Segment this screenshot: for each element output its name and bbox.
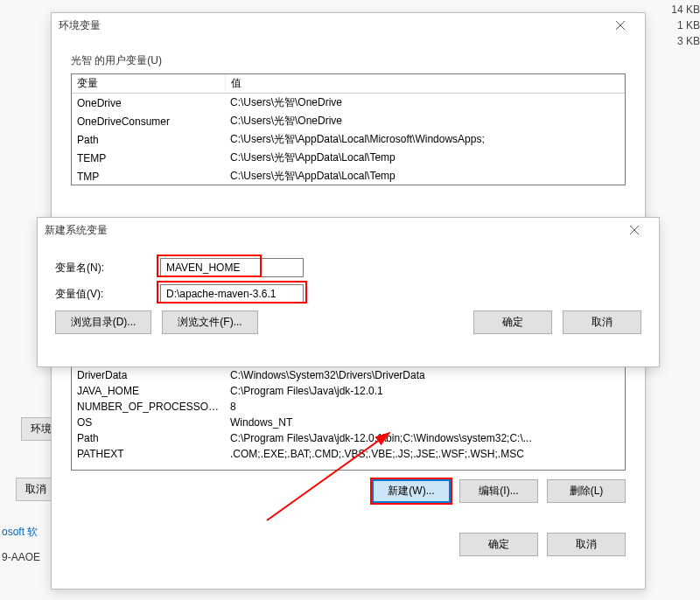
env-ok-button[interactable]: 确定	[459, 533, 538, 556]
system-edit-button[interactable]: 编辑(I)...	[459, 479, 538, 503]
newvar-titlebar[interactable]: 新建系统变量	[38, 218, 659, 242]
newvar-ok-button[interactable]: 确定	[473, 310, 552, 334]
var-name-input[interactable]	[160, 258, 304, 277]
system-new-button[interactable]: 新建(W)...	[372, 479, 451, 503]
table-row[interactable]: JAVA_HOMEC:\Program Files\Java\jdk-12.0.…	[72, 383, 625, 399]
table-row[interactable]: NUMBER_OF_PROCESSORS8	[72, 399, 625, 415]
table-row[interactable]: TEMPC:\Users\光智\AppData\Local\Temp	[72, 149, 625, 167]
var-name-label: 变量名(N):	[55, 261, 160, 276]
bg-link-fragment[interactable]: osoft 软	[2, 525, 38, 540]
newvar-cancel-button[interactable]: 取消	[563, 310, 641, 334]
user-vars-header-val[interactable]: 值	[225, 74, 625, 94]
browse-dir-button[interactable]: 浏览目录(D)...	[55, 310, 151, 334]
var-value-label: 变量值(V):	[55, 287, 160, 302]
table-row[interactable]: DriverDataC:\Windows\System32\Drivers\Dr…	[72, 367, 625, 383]
table-row[interactable]: OSWindows_NT	[72, 415, 625, 430]
table-row[interactable]: TMPC:\Users\光智\AppData\Local\Temp	[72, 167, 625, 185]
user-vars-header-var[interactable]: 变量	[72, 74, 225, 94]
table-row[interactable]: OneDriveC:\Users\光智\OneDrive	[72, 94, 625, 113]
bg-text-fragment: 9-AAOE	[2, 551, 40, 563]
user-vars-table[interactable]: 变量 值 OneDriveC:\Users\光智\OneDriveOneDriv…	[71, 73, 626, 185]
newvar-title: 新建系统变量	[45, 223, 108, 238]
system-vars-table[interactable]: DriverDataC:\Windows\System32\Drivers\Dr…	[71, 367, 626, 471]
close-icon[interactable]	[617, 218, 652, 242]
env-cancel-button[interactable]: 取消	[547, 533, 626, 556]
user-vars-group-label: 光智 的用户变量(U)	[71, 53, 626, 68]
table-row[interactable]: PATHEXT.COM;.EXE;.BAT;.CMD;.VBS;.VBE;.JS…	[72, 446, 625, 462]
var-value-input[interactable]	[160, 284, 304, 303]
table-row[interactable]: PathC:\Program Files\Java\jdk-12.0.1\bin…	[72, 430, 625, 446]
table-row[interactable]: OneDriveConsumerC:\Users\光智\OneDrive	[72, 112, 625, 130]
table-row[interactable]: PathC:\Users\光智\AppData\Local\Microsoft\…	[72, 130, 625, 149]
browse-file-button[interactable]: 浏览文件(F)...	[162, 310, 258, 334]
new-system-variable-dialog: 新建系统变量 变量名(N): 变量值(V): 浏览目录(D)... 浏览文件(F…	[37, 217, 660, 367]
close-icon[interactable]	[603, 13, 638, 38]
system-delete-button[interactable]: 删除(L)	[547, 479, 626, 503]
env-dialog-titlebar[interactable]: 环境变量	[52, 13, 645, 38]
env-dialog-title: 环境变量	[59, 18, 101, 33]
